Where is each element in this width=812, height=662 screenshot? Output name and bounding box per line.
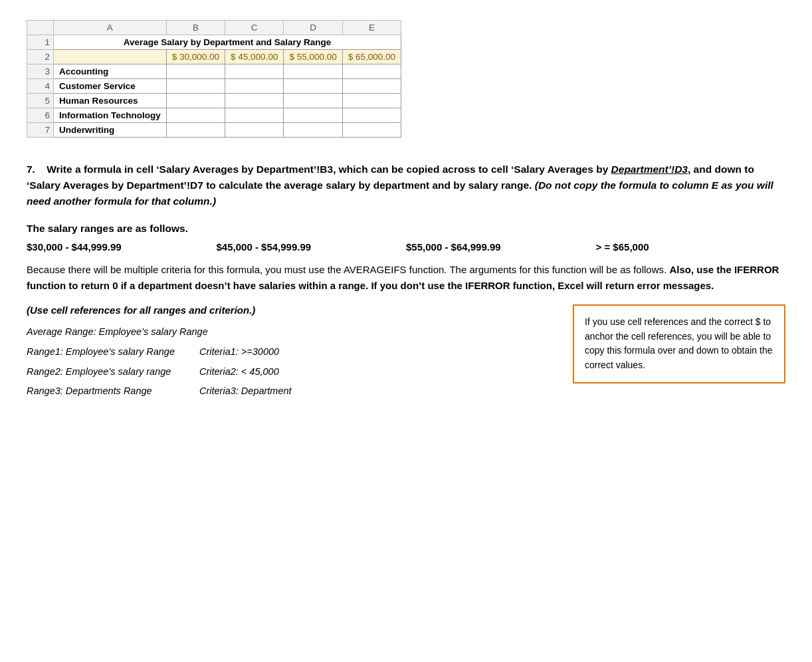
- cell-d6: [284, 108, 342, 123]
- table-row-4: 4 Customer Service: [27, 79, 401, 94]
- salary-range-3: $55,000 - $64,999.99: [406, 241, 596, 253]
- title-cell: Average Salary by Department and Salary …: [54, 35, 401, 50]
- cell-b4: [166, 79, 225, 94]
- formula-row-1: Range1: Employee’s salary Range Criteria…: [27, 345, 553, 360]
- dept-underwriting: Underwriting: [54, 123, 167, 138]
- formula-label-3: Range3: Departments Range: [27, 384, 179, 399]
- col-header-e: E: [342, 21, 401, 35]
- dept-ref-underline: Department’!D3: [611, 164, 688, 175]
- dept-human-resources: Human Resources: [54, 94, 167, 108]
- col-header-a: A: [54, 21, 167, 35]
- salary-range-2: $45,000 - $54,999.99: [217, 241, 407, 253]
- formula-row-0: Average Range: Employee’s salary Range: [27, 325, 553, 340]
- cell-d5: [284, 94, 342, 108]
- formula-criteria-1: Criteria1: >=30000: [199, 345, 299, 360]
- col-header-c: C: [225, 21, 284, 35]
- row-num-1: 1: [27, 35, 54, 50]
- salary-header-c: $ 45,000.00: [225, 50, 284, 64]
- salary-header-d: $ 55,000.00: [284, 50, 342, 64]
- spreadsheet-section: A B C D E 1 Average Salary by Department…: [27, 20, 785, 138]
- cell-c4: [225, 79, 284, 94]
- formula-criteria-2: Criteria2: < 45,000: [199, 365, 299, 380]
- cell-b6: [166, 108, 225, 123]
- question-block: 7. Write a formula in cell ‘Salary Avera…: [27, 162, 785, 209]
- salary-range-4: > = $65,000: [596, 241, 786, 253]
- info-box: If you use cell references and the corre…: [573, 304, 785, 384]
- question-number-label: 7.: [27, 164, 35, 175]
- salary-range-row: $30,000 - $44,999.99 $45,000 - $54,999.9…: [27, 241, 785, 253]
- dept-accounting: Accounting: [54, 64, 167, 79]
- row-num-6: 6: [27, 108, 54, 123]
- formula-criteria-0: [228, 325, 328, 340]
- salary-header-b: $ 30,000.00: [166, 50, 225, 64]
- cell-c3: [225, 64, 284, 79]
- table-row-2: 2 $ 30,000.00 $ 45,000.00 $ 55,000.00 $ …: [27, 50, 401, 64]
- table-row-7: 7 Underwriting: [27, 123, 401, 138]
- col-header-blank: [27, 21, 54, 35]
- table-row-3: 3 Accounting: [27, 64, 401, 79]
- dept-customer-service: Customer Service: [54, 79, 167, 94]
- cell-c7: [225, 123, 284, 138]
- row-num-3: 3: [27, 64, 54, 79]
- cell-d7: [284, 123, 342, 138]
- table-row-5: 5 Human Resources: [27, 94, 401, 108]
- cell-c6: [225, 108, 284, 123]
- salary-header-e: $ 65,000.00: [342, 50, 401, 64]
- row-num-5: 5: [27, 94, 54, 108]
- salary-ranges-heading: The salary ranges are as follows.: [27, 223, 785, 235]
- desc-text-1: Because there will be multiple criteria …: [27, 264, 666, 275]
- col-header-d: D: [284, 21, 342, 35]
- salary-header-blank: [54, 50, 167, 64]
- formula-label-1: Range1: Employee’s salary Range: [27, 345, 179, 360]
- cell-b7: [166, 123, 225, 138]
- cell-d3: [284, 64, 342, 79]
- table-row-1: 1 Average Salary by Department and Salar…: [27, 35, 401, 50]
- spreadsheet-table: A B C D E 1 Average Salary by Department…: [27, 20, 401, 138]
- formula-criteria-3: Criteria3: Department: [199, 384, 299, 399]
- formula-row-2: Range2: Employee’s salary range Criteria…: [27, 365, 553, 380]
- cell-e6: [342, 108, 401, 123]
- formula-label-0: Average Range: Employee’s salary Range: [27, 325, 208, 340]
- table-row-6: 6 Information Technology: [27, 108, 401, 123]
- cell-e5: [342, 94, 401, 108]
- two-col-section: (Use cell references for all ranges and …: [27, 304, 785, 404]
- row-num-2: 2: [27, 50, 54, 64]
- cell-e7: [342, 123, 401, 138]
- cell-c5: [225, 94, 284, 108]
- use-cell-ref-label: (Use cell references for all ranges and …: [27, 304, 553, 316]
- info-box-text: If you use cell references and the corre…: [585, 316, 773, 370]
- instruction-section: 7. Write a formula in cell ‘Salary Avera…: [27, 162, 785, 209]
- cell-b3: [166, 64, 225, 79]
- cell-d4: [284, 79, 342, 94]
- col-header-b: B: [166, 21, 225, 35]
- salary-range-1: $30,000 - $44,999.99: [27, 241, 217, 253]
- formula-label-2: Range2: Employee’s salary range: [27, 365, 179, 380]
- cell-e4: [342, 79, 401, 94]
- row-num-7: 7: [27, 123, 54, 138]
- description-para: Because there will be multiple criteria …: [27, 262, 785, 294]
- dept-info-tech: Information Technology: [54, 108, 167, 123]
- cell-e3: [342, 64, 401, 79]
- row-num-4: 4: [27, 79, 54, 94]
- formula-row-3: Range3: Departments Range Criteria3: Dep…: [27, 384, 553, 399]
- cell-b5: [166, 94, 225, 108]
- left-column: (Use cell references for all ranges and …: [27, 304, 553, 404]
